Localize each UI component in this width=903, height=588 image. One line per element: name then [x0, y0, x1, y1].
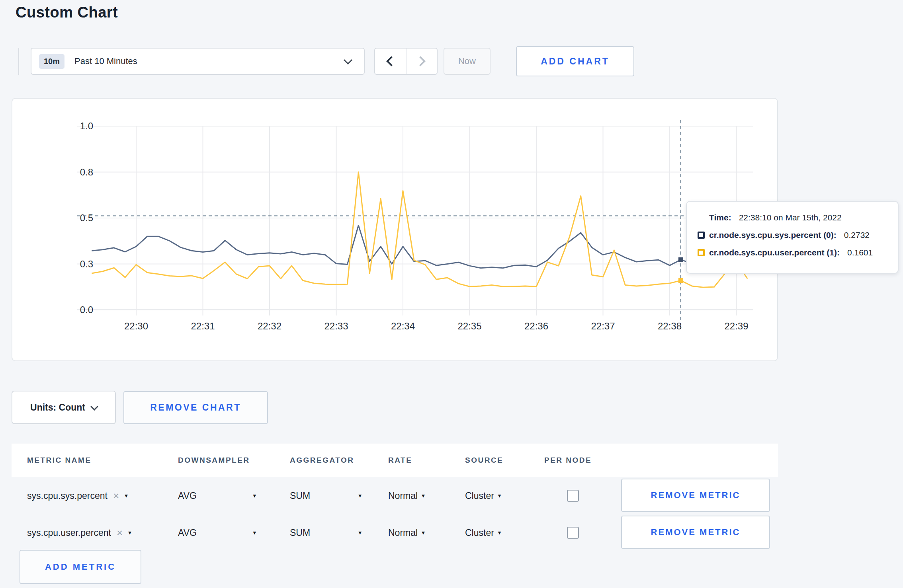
add-chart-button[interactable]: ADD CHART	[516, 46, 634, 76]
metric-row: sys.cpu.user.percent × ▾ AVG ▾ SUM ▾ Nor…	[12, 514, 778, 551]
header-downsampler: DOWNSAMPLER	[178, 444, 250, 477]
chevron-down-icon	[90, 403, 98, 411]
source-select[interactable]: Cluster ▾	[465, 477, 501, 514]
dropdown-caret-icon: ▾	[358, 492, 362, 499]
downsampler-select[interactable]: AVG ▾	[178, 477, 256, 514]
tooltip-series-row: cr.node.sys.cpu.user.percent (1): 0.1601	[698, 247, 887, 259]
dropdown-caret-icon: ▾	[253, 492, 256, 499]
tooltip-series-row: cr.node.sys.cpu.sys.percent (0): 0.2732	[698, 229, 887, 241]
rate-select[interactable]: Normal ▾	[388, 514, 425, 551]
chart-hover-tooltip: Time: 22:38:10 on Mar 15th, 2022 cr.node…	[686, 201, 899, 274]
downsampler-select[interactable]: AVG ▾	[178, 514, 256, 551]
dropdown-caret-icon: ▾	[498, 529, 501, 536]
dropdown-caret-icon[interactable]: ▾	[128, 529, 131, 536]
x-tick-label: 22:34	[391, 321, 415, 331]
series-user-swatch-icon	[698, 249, 705, 256]
series-line-1	[92, 172, 747, 288]
metric-name-select[interactable]: sys.cpu.sys.percent	[27, 491, 108, 501]
metrics-table-header: METRIC NAME DOWNSAMPLER AGGREGATOR RATE …	[12, 444, 778, 477]
x-tick-label: 22:32	[258, 321, 281, 331]
time-nav-group	[374, 48, 438, 75]
aggregator-select[interactable]: SUM ▾	[290, 514, 362, 551]
y-tick-label: 0.8	[80, 167, 93, 177]
dropdown-caret-icon: ▾	[358, 529, 362, 536]
next-time-button[interactable]	[407, 49, 437, 74]
remove-metric-button[interactable]: REMOVE METRIC	[621, 516, 770, 549]
time-window-label: Past 10 Minutes	[74, 56, 137, 66]
y-tick-label: 0.3	[80, 259, 93, 269]
dropdown-caret-icon: ▾	[422, 492, 425, 499]
tooltip-time-value: 22:38:10 on Mar 15th, 2022	[739, 213, 842, 222]
x-tick-label: 22:38	[658, 321, 682, 331]
now-button[interactable]: Now	[444, 48, 491, 75]
series-sys-swatch-icon	[698, 232, 705, 239]
aggregator-select[interactable]: SUM ▾	[290, 477, 362, 514]
tooltip-time-row: Time: 22:38:10 on Mar 15th, 2022	[698, 212, 887, 224]
chevron-down-icon	[344, 56, 353, 65]
custom-chart-page: Custom Chart 10m Past 10 Minutes Now ADD…	[0, 0, 903, 588]
dropdown-caret-icon[interactable]: ▾	[125, 492, 128, 499]
toolbar-divider	[18, 48, 19, 75]
x-tick-label: 22:31	[191, 321, 215, 331]
hover-point-0	[678, 257, 683, 262]
chevron-right-icon	[415, 56, 425, 66]
source-select[interactable]: Cluster ▾	[465, 514, 501, 551]
tooltip-series-value: 0.2732	[844, 230, 870, 240]
chart-card: 0.00.30.50.81.022:3022:3122:3222:3322:34…	[12, 98, 778, 361]
metric-row: sys.cpu.sys.percent × ▾ AVG ▾ SUM ▾ Norm…	[12, 477, 778, 514]
per-node-checkbox[interactable]	[567, 490, 579, 502]
metric-name-select[interactable]: sys.cpu.user.percent	[27, 528, 111, 538]
tooltip-series-value: 0.1601	[847, 248, 873, 257]
x-tick-label: 22:36	[524, 321, 548, 331]
units-label: Units: Count	[30, 402, 85, 413]
dropdown-caret-icon: ▾	[422, 529, 425, 536]
y-tick-label: 1.0	[80, 121, 93, 131]
y-tick-label: 0.0	[80, 304, 93, 315]
x-tick-label: 22:30	[124, 321, 148, 331]
header-aggregator: AGGREGATOR	[290, 444, 354, 477]
header-per-node: PER NODE	[544, 444, 592, 477]
remove-metric-button[interactable]: REMOVE METRIC	[621, 479, 770, 512]
add-metric-button[interactable]: ADD METRIC	[20, 550, 141, 584]
x-tick-label: 22:33	[324, 321, 348, 331]
header-metric-name: METRIC NAME	[27, 444, 92, 477]
time-window-badge: 10m	[39, 54, 64, 69]
units-dropdown[interactable]: Units: Count	[12, 391, 116, 424]
x-tick-label: 22:39	[724, 321, 748, 331]
prev-time-button[interactable]	[375, 49, 407, 74]
tooltip-series-label: cr.node.sys.cpu.user.percent (1):	[709, 248, 840, 257]
clear-metric-icon[interactable]: ×	[113, 491, 119, 501]
hover-point-1	[678, 278, 683, 283]
tooltip-time-label: Time:	[709, 213, 731, 222]
dropdown-caret-icon: ▾	[498, 492, 501, 499]
x-tick-label: 22:37	[591, 321, 615, 331]
time-window-dropdown[interactable]: 10m Past 10 Minutes	[31, 48, 365, 75]
header-source: SOURCE	[465, 444, 503, 477]
rate-select[interactable]: Normal ▾	[388, 477, 425, 514]
tooltip-series-label: cr.node.sys.cpu.sys.percent (0):	[709, 230, 837, 240]
clear-metric-icon[interactable]: ×	[117, 528, 123, 538]
x-tick-label: 22:35	[457, 321, 481, 331]
header-rate: RATE	[388, 444, 412, 477]
chevron-left-icon	[387, 56, 397, 66]
cpu-line-chart[interactable]: 0.00.30.50.81.022:3022:3122:3222:3322:34…	[12, 99, 777, 360]
y-tick-label: 0.5	[80, 212, 93, 223]
remove-chart-button[interactable]: REMOVE CHART	[123, 391, 268, 424]
page-title: Custom Chart	[16, 4, 118, 21]
per-node-checkbox[interactable]	[567, 527, 579, 539]
dropdown-caret-icon: ▾	[253, 529, 256, 536]
series-line-0	[92, 226, 747, 268]
